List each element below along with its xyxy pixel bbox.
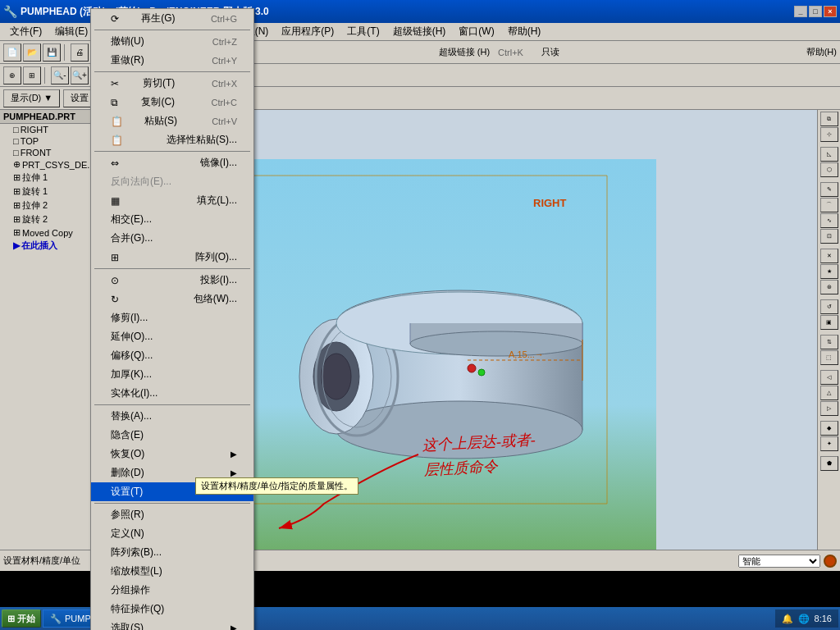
tray-icon-net: 🌐	[798, 614, 810, 624]
menu-cut[interactable]: ✂ 剪切(T) Ctrl+X	[91, 74, 253, 93]
zoom-out-btn[interactable]: 🔍-	[51, 66, 69, 84]
menu-scale[interactable]: 缩放模型(L)	[91, 562, 253, 581]
wrap-icon: ↻	[111, 294, 119, 305]
menu-file[interactable]: 文件(F)	[3, 23, 48, 40]
rt-btn-19[interactable]: ◆	[820, 421, 838, 436]
rt-btn-15[interactable]: ⬚	[820, 350, 838, 365]
menu-help[interactable]: 帮助(H)	[501, 23, 548, 40]
csys-icon: ⊕	[13, 159, 21, 170]
datum-btn[interactable]: ⊞	[23, 66, 41, 84]
tray-icon-zak: 🔔	[782, 614, 793, 624]
menu-tools[interactable]: 工具(T)	[340, 23, 386, 40]
menu-array-index[interactable]: 阵列索(B)...	[91, 543, 253, 562]
print-btn[interactable]: 🖨	[71, 43, 89, 62]
rt-btn-16[interactable]: ◁	[820, 370, 838, 385]
menu-trim[interactable]: 修剪(I)...	[91, 308, 253, 327]
svg-text:RIGHT: RIGHT	[533, 197, 567, 209]
minimize-button[interactable]: _	[794, 6, 807, 17]
sep5	[44, 67, 48, 84]
svg-point-14	[410, 331, 582, 356]
menu-select[interactable]: 选取(S) ▶	[91, 619, 253, 630]
rt-btn-3[interactable]: ◺	[820, 147, 838, 162]
menu-paste[interactable]: 📋 粘贴(S) Ctrl+V	[91, 112, 253, 130]
close-button[interactable]: ×	[824, 6, 837, 17]
select-filter[interactable]: 智能 几何 面 边 顶点	[738, 555, 820, 568]
menu-copy[interactable]: ⧉ 复制(C) Ctrl+C	[91, 93, 253, 112]
rt-btn-2[interactable]: ⊹	[820, 127, 838, 142]
svg-text:A,15...→: A,15...→	[509, 349, 544, 359]
fill-icon: ▦	[111, 195, 120, 207]
menu-regen[interactable]: ⟳ 再生(G) Ctrl+G	[91, 9, 253, 28]
menu-redo[interactable]: 重做(R) Ctrl+Y	[91, 51, 253, 70]
maximize-button[interactable]: □	[809, 6, 822, 17]
display-dropdown-btn[interactable]: 显示(D) ▼	[3, 89, 60, 107]
rt-btn-8[interactable]: ⊡	[820, 229, 838, 244]
menu-solidify[interactable]: 实体化(I)...	[91, 384, 253, 403]
menu-superlink[interactable]: 超级链接(H)	[386, 23, 453, 40]
menu-wrap[interactable]: ↻ 包络(W)...	[91, 290, 253, 308]
plus-icon-4: ⊞	[13, 214, 21, 225]
sep-1	[94, 30, 250, 30]
rt-btn-17[interactable]: △	[820, 386, 838, 400]
rt-btn-4[interactable]: ⬡	[820, 162, 838, 177]
zoom-in-btn[interactable]: 🔍+	[71, 66, 89, 84]
sep-3	[94, 151, 250, 152]
paste-special-icon: 📋	[111, 135, 123, 146]
menu-mirror[interactable]: ⇔ 镜像(I)...	[91, 153, 253, 172]
rt-btn-5[interactable]: ✎	[820, 182, 838, 197]
menu-fill[interactable]: ▦ 填充(L)...	[91, 191, 253, 210]
menu-feature-ops[interactable]: 特征操作(Q)	[91, 600, 253, 619]
menu-group-ops[interactable]: 分组操作	[91, 581, 253, 600]
rt-btn-10[interactable]: ★	[820, 264, 838, 279]
rt-btn-20[interactable]: ✦	[820, 436, 838, 451]
menu-suppress[interactable]: 隐含(E)	[91, 426, 253, 445]
menu-extend[interactable]: 延伸(O)...	[91, 327, 253, 346]
tooltip: 设置材料/精度/单位/指定的质量属性。	[195, 477, 358, 495]
svg-point-10	[322, 354, 351, 399]
rt-btn-9[interactable]: ✕	[820, 249, 838, 263]
menu-replace[interactable]: 替换(A)...	[91, 407, 253, 426]
rt-btn-18[interactable]: ▷	[820, 401, 838, 416]
menu-paste-special[interactable]: 📋 选择性粘贴(S)...	[91, 130, 253, 149]
edit-context-menu: ⟳ 再生(G) Ctrl+G 撤销(U) Ctrl+Z 重做(R) Ctrl+Y…	[90, 8, 254, 630]
save-btn[interactable]: 💾	[43, 43, 61, 62]
rt-btn-12[interactable]: ↺	[820, 299, 838, 314]
menu-window[interactable]: 窗口(W)	[452, 23, 500, 40]
sep1	[64, 44, 67, 61]
rt-btn-14[interactable]: ⇅	[820, 335, 838, 349]
new-btn[interactable]: 📄	[3, 43, 21, 62]
rt-btn-13[interactable]: ▣	[820, 315, 838, 330]
menu-undo[interactable]: 撤销(U) Ctrl+Z	[91, 32, 253, 51]
status-indicator	[824, 555, 837, 568]
rt-btn-6[interactable]: ⌒	[820, 198, 838, 212]
menu-restore[interactable]: 恢复(O) ▶	[91, 445, 253, 463]
svg-point-19	[478, 369, 485, 376]
rt-btn-1[interactable]: ⧉	[820, 112, 838, 126]
coord-btn[interactable]: ⊕	[3, 66, 21, 84]
menu-app[interactable]: 应用程序(P)	[275, 23, 340, 40]
settings-label: 设置	[71, 92, 89, 104]
menu-reference[interactable]: 参照(R)	[91, 505, 253, 524]
pattern-icon: ⊞	[111, 252, 119, 263]
start-button[interactable]: ⊞ 开始	[2, 609, 41, 628]
menu-project[interactable]: ⊙ 投影(I)...	[91, 271, 253, 290]
menu-intersect[interactable]: 相交(E)...	[91, 210, 253, 229]
menu-offset[interactable]: 偏移(Q)...	[91, 346, 253, 365]
rt-btn-7[interactable]: ∿	[820, 213, 838, 228]
sep-2	[94, 71, 250, 72]
menu-merge[interactable]: 合并(G)...	[91, 229, 253, 248]
rt-btn-21[interactable]: ⬟	[820, 456, 838, 471]
menu-edit[interactable]: 编辑(E)	[48, 23, 94, 40]
help-label: 帮助(H)	[806, 46, 837, 58]
open-btn[interactable]: 📂	[23, 43, 41, 62]
menu-thicken[interactable]: 加厚(K)...	[91, 365, 253, 384]
sep-5	[94, 404, 250, 405]
menu-pattern[interactable]: ⊞ 阵列(O)...	[91, 248, 253, 267]
readonly-label: 只读	[541, 46, 559, 58]
system-tray: 🔔 🌐 8:16	[775, 609, 838, 628]
svg-point-18	[468, 364, 476, 372]
tooltip-text: 设置材料/精度/单位/指定的质量属性。	[201, 481, 353, 491]
menu-define[interactable]: 定义(N)	[91, 524, 253, 543]
project-icon: ⊙	[111, 275, 119, 286]
rt-btn-11[interactable]: ⊛	[820, 280, 838, 294]
